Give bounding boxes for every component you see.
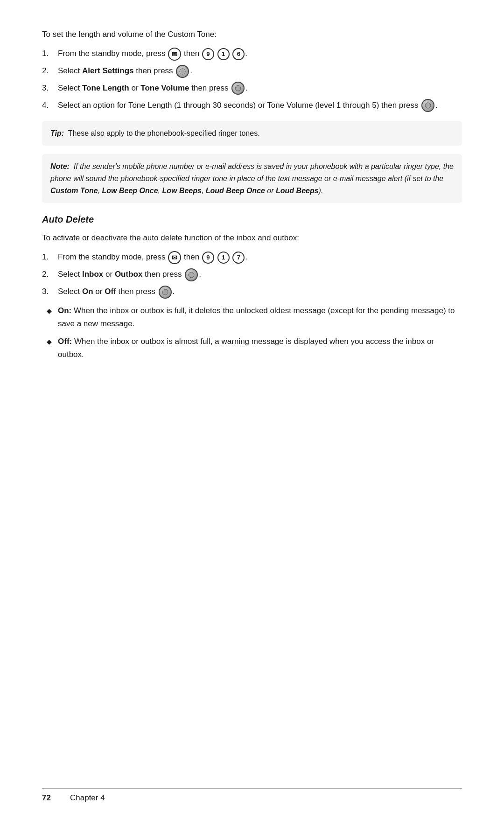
step-1: 1. From the standby mode, press ✉ then 9…: [42, 47, 462, 61]
note-bold: Custom Tone: [50, 187, 98, 195]
envelope-key-1: ✉: [168, 48, 181, 61]
note-bold3: Low Beeps: [162, 187, 201, 195]
step-2-num: 2.: [42, 64, 55, 78]
step-1-num: 1.: [42, 47, 55, 61]
s2-step-1-num: 1.: [42, 251, 55, 264]
footer: 72 Chapter 4: [42, 788, 462, 803]
s2-step-3-bold1: On: [82, 287, 93, 296]
intro-text: To set the length and volume of the Cust…: [42, 28, 462, 41]
key-1-1: 1: [217, 48, 230, 60]
bullet-symbol-off: ◆: [47, 336, 54, 347]
step-3-content: Select Tone Length or Tone Volume then p…: [58, 82, 462, 95]
note-text: If the sender's mobile phone number or e…: [50, 162, 454, 194]
key-6-1: 6: [232, 48, 245, 60]
ok-btn-4: [421, 99, 434, 112]
step-2-bold: Alert Settings: [82, 66, 134, 75]
s2-step-3-num: 3.: [42, 285, 55, 299]
ok-btn-s2-2: [185, 268, 198, 281]
bullet-on: ◆ On: When the inbox or outbox is full, …: [42, 304, 462, 330]
step-3-bold1: Tone Length: [82, 84, 129, 92]
bullet-off: ◆ Off: When the inbox or outbox is almos…: [42, 335, 462, 361]
page: To set the length and volume of the Cust…: [0, 0, 504, 840]
bullet-off-label: Off:: [58, 337, 72, 346]
bullet-off-content: Off: When the inbox or outbox is almost …: [58, 335, 462, 361]
s2-step-3: 3. Select On or Off then press .: [42, 285, 462, 299]
step-4-content: Select an option for Tone Length (1 thro…: [58, 99, 462, 112]
main-content: To set the length and volume of the Cust…: [42, 28, 462, 770]
ok-btn-3: [231, 82, 245, 95]
note-bold5: Loud Beeps: [276, 187, 319, 195]
key-9-2: 9: [202, 252, 214, 264]
envelope-key-2: ✉: [168, 251, 181, 264]
tip-label: Tip:: [50, 129, 64, 137]
s2-step-2-bold1: Inbox: [82, 270, 103, 279]
s2-step-2-bold2: Outbox: [115, 270, 143, 279]
footer-chapter: Chapter 4: [70, 793, 105, 803]
step-4-num: 4.: [42, 99, 55, 112]
section2-intro: To activate or deactivate the auto delet…: [42, 231, 462, 244]
note-bold4: Loud Beep Once: [206, 187, 265, 195]
s2-step-3-content: Select On or Off then press .: [58, 285, 462, 299]
step-1-content: From the standby mode, press ✉ then 9 1 …: [58, 47, 462, 61]
bullet-symbol-on: ◆: [47, 306, 54, 316]
key-7-2: 7: [232, 252, 245, 264]
ok-btn-2: [176, 65, 189, 78]
footer-page-number: 72: [42, 793, 61, 803]
step-3-bold2: Tone Volume: [140, 84, 189, 92]
section2-heading: Auto Delete: [42, 214, 462, 225]
ok-btn-s2-3: [159, 286, 172, 299]
step-3: 3. Select Tone Length or Tone Volume the…: [42, 82, 462, 95]
note-label: Note:: [50, 162, 70, 170]
s2-step-1: 1. From the standby mode, press ✉ then 9…: [42, 251, 462, 264]
note-bold2: Low Beep Once: [102, 187, 158, 195]
key-1-2: 1: [217, 252, 230, 264]
s2-step-1-content: From the standby mode, press ✉ then 9 1 …: [58, 251, 462, 264]
step-2: 2. Select Alert Settings then press .: [42, 64, 462, 78]
s2-step-3-bold2: Off: [105, 287, 116, 296]
bullet-on-content: On: When the inbox or outbox is full, it…: [58, 304, 462, 330]
tip-box: Tip: These also apply to the phonebook-s…: [42, 121, 462, 146]
key-9-1: 9: [202, 48, 214, 60]
s2-step-2-num: 2.: [42, 268, 55, 281]
bullet-on-label: On:: [58, 306, 71, 315]
step-3-num: 3.: [42, 82, 55, 95]
s2-step-2-content: Select Inbox or Outbox then press .: [58, 268, 462, 281]
tip-text: These also apply to the phonebook-specif…: [68, 129, 260, 137]
step-2-content: Select Alert Settings then press .: [58, 64, 462, 78]
note-box: Note: If the sender's mobile phone numbe…: [42, 154, 462, 203]
step-4: 4. Select an option for Tone Length (1 t…: [42, 99, 462, 112]
s2-step-2: 2. Select Inbox or Outbox then press .: [42, 268, 462, 281]
